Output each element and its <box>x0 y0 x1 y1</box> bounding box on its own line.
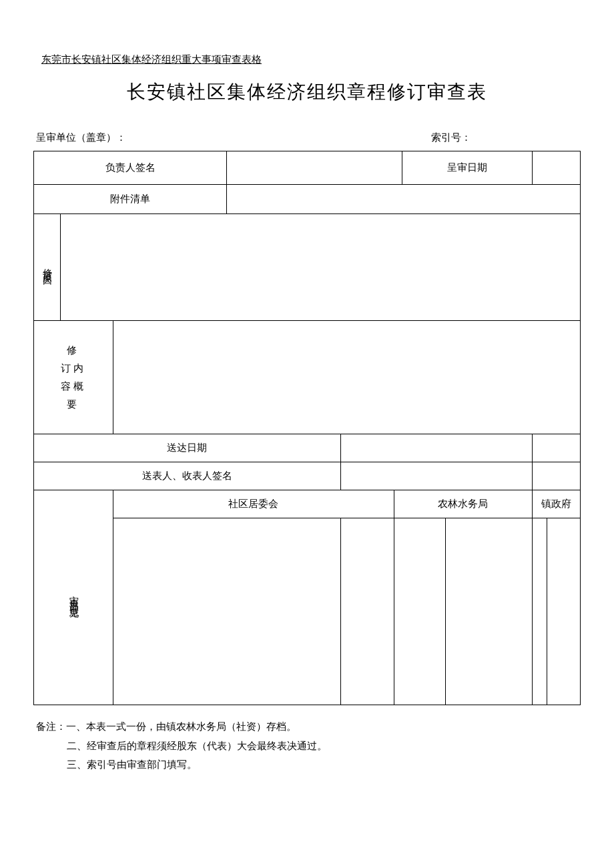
document-header: 东莞市长安镇社区集体经济组织重大事项审查表格 <box>41 53 581 66</box>
notes-prefix: 备注： <box>36 717 66 737</box>
submitting-unit-label: 呈审单位（盖章）： <box>36 131 431 144</box>
note-line-1: 一、本表一式一份，由镇农林水务局（社资）存档。 <box>66 717 296 737</box>
row-signer-date: 负责人签名 呈审日期 <box>34 151 581 185</box>
row-delivery-date: 送达日期 <box>34 434 581 462</box>
revision-reason-value <box>61 214 581 321</box>
note-line-3: 三、索引号由审查部门填写。 <box>36 755 578 775</box>
review-form-table: 负责人签名 呈审日期 附件清单 修订原因 修 订内 容概 要 送达日期 送表人、… <box>33 151 581 705</box>
submit-date-label: 呈审日期 <box>402 151 533 185</box>
delivery-date-label: 送达日期 <box>34 434 341 462</box>
submit-date-value <box>532 151 580 185</box>
row-dept-body <box>34 518 581 705</box>
attachments-label: 附件清单 <box>34 185 227 214</box>
review-dept-label: 审查部门意见 <box>34 490 113 705</box>
pre-table-row: 呈审单位（盖章）： 索引号： <box>33 131 581 144</box>
row-revision-content: 修 订内 容概 要 <box>34 321 581 434</box>
dept-agriculture-value-1 <box>394 518 446 705</box>
notes-section: 备注： 一、本表一式一份，由镇农林水务局（社资）存档。 二、经审查后的章程须经股… <box>33 717 581 775</box>
dept-agriculture-value-2 <box>446 518 533 705</box>
revision-reason-label: 修订原因 <box>34 214 61 321</box>
row-dept-header: 审查部门意见 社区居委会 农林水务局 镇政府 <box>34 490 581 518</box>
dept-community-label: 社区居委会 <box>113 490 394 518</box>
dept-agriculture-label: 农林水务局 <box>394 490 532 518</box>
dept-community-value-2 <box>340 518 394 705</box>
index-number-label: 索引号： <box>431 131 578 144</box>
dept-government-label: 镇政府 <box>532 490 580 518</box>
delivery-date-value-1 <box>340 434 532 462</box>
deliverer-signature-value-2 <box>532 462 580 490</box>
deliverer-signature-value-1 <box>340 462 532 490</box>
attachments-value <box>227 185 581 214</box>
row-revision-reason: 修订原因 <box>34 214 581 321</box>
row-attachments: 附件清单 <box>34 185 581 214</box>
revision-content-label: 修 订内 容概 要 <box>34 321 113 434</box>
deliverer-signature-label: 送表人、收表人签名 <box>34 462 341 490</box>
delivery-date-value-2 <box>532 434 580 462</box>
document-title: 长安镇社区集体经济组织章程修订审查表 <box>33 79 581 105</box>
note-line-2: 二、经审查后的章程须经股东（代表）大会最终表决通过。 <box>36 737 578 756</box>
dept-community-value-1 <box>113 518 340 705</box>
signer-value <box>227 151 402 185</box>
dept-government-value-2 <box>547 518 581 705</box>
revision-content-value <box>113 321 580 434</box>
row-deliverer-signature: 送表人、收表人签名 <box>34 462 581 490</box>
signer-label: 负责人签名 <box>34 151 227 185</box>
dept-government-value-1 <box>532 518 547 705</box>
